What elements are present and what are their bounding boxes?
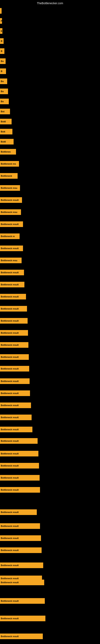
- bar-item: B: [0, 38, 3, 44]
- bar-item: B: [0, 68, 6, 74]
- bar-item: Bottleneck result: [0, 598, 45, 604]
- bar-label: Bottleneck result: [1, 404, 19, 406]
- bar-item: Bottleneck result: [0, 197, 22, 203]
- bar-label: Bottleneck result: [1, 564, 19, 566]
- bar-item: Bottleneck result: [0, 294, 26, 300]
- bar-item: Bo: [0, 88, 8, 94]
- bar-item: Bottleneck resu: [0, 185, 20, 191]
- bar-item: E: [0, 28, 2, 34]
- bar-label: Bottleneck result: [1, 271, 19, 274]
- bar-item: Bottleneck result: [0, 438, 38, 444]
- bar-label: P: [1, 20, 2, 22]
- site-title: TheBottlenecker.com: [37, 2, 63, 5]
- bar-item: Bott: [0, 129, 12, 134]
- bar-item: Bottleneck result: [0, 562, 43, 568]
- bar-label: Bottleneck resu: [1, 259, 17, 262]
- bar-item: Bottleneck result: [0, 366, 29, 372]
- bar-item: Bottleneck result: [0, 634, 43, 639]
- bar-item: Bottleneck result: [0, 463, 39, 468]
- bar-label: Bottleneck result: [1, 247, 19, 250]
- bar-label: Bottleneck resu: [1, 187, 17, 189]
- bar-item: Bottleneck result: [0, 509, 37, 515]
- bar-label: Bottleneck result: [1, 199, 19, 201]
- bar-label: Bot: [1, 110, 4, 113]
- bar-label: Bottleneck result: [1, 392, 19, 394]
- bar-label: Bottleneck result: [1, 308, 19, 310]
- bar-label: Bottleneck result: [1, 549, 19, 552]
- bar-label: Bottleneck result: [1, 296, 19, 298]
- bar-item: Bottleneck result: [0, 487, 40, 493]
- bar-item: Bottleneck result: [0, 318, 28, 324]
- bar-item: Bottleneck result: [0, 580, 44, 585]
- bar-label: Bo: [1, 60, 4, 62]
- bar-item: Bo: [0, 58, 6, 64]
- bar-item: Bottleneck result: [0, 354, 29, 360]
- bar-item: Bottleneck result: [0, 342, 28, 348]
- bar-item: Bottleneck result: [0, 246, 23, 251]
- bar-item: Bottleneck resu: [0, 258, 22, 263]
- bar-label: B: [1, 70, 2, 72]
- bar-label: E: [1, 30, 2, 32]
- bar-item: Bo: [0, 78, 7, 84]
- bar-item: Bottleneck result: [0, 616, 46, 621]
- bar-item: B: [0, 48, 4, 54]
- bar-item: Bottleneck result: [0, 282, 24, 288]
- bar-label: Bottleneck result: [1, 223, 19, 226]
- bar-label: Bo: [1, 90, 4, 92]
- bar-label: Bottleneck result: [1, 581, 19, 584]
- bar-label: Bottleneck result: [1, 464, 19, 467]
- bar-item: Bottleneck result: [0, 270, 24, 275]
- bar-label: Bottleneck result: [1, 283, 19, 286]
- bar-item: Bottleneck result: [0, 414, 32, 420]
- bar-label: Bottleneck re: [1, 235, 15, 238]
- bar-label: Bottleneck result: [1, 332, 19, 334]
- bar-item: Bo: [0, 98, 9, 104]
- bar-item: Bottl: [0, 119, 12, 124]
- bar-label: Bottleneck result: [1, 380, 19, 382]
- bar-item: Bottleneck: [0, 173, 18, 179]
- bar-label: Bottleneck result: [1, 476, 19, 479]
- bar-item: Bottleneck result: [0, 427, 32, 432]
- bar-item: Bottleneck result: [0, 548, 42, 553]
- bar-label: Bottleneck resu: [1, 211, 17, 213]
- bar-item: Bottl: [0, 139, 14, 144]
- bar-label: Bottleneck result: [1, 368, 19, 370]
- bar-item: Bottleneck result: [0, 390, 30, 396]
- bar-label: Bottleneck result: [1, 452, 19, 455]
- bar-label: Bottleneck result: [1, 440, 19, 442]
- bar-item: Bottleneck result: [0, 330, 28, 336]
- bar-item: Bottleneck result: [0, 451, 38, 456]
- bar-label: Bottleneck result: [1, 428, 19, 431]
- bar-label: Bottleneck result: [1, 356, 19, 358]
- bar-item: Bottleneck result: [0, 378, 30, 384]
- bar-label: Bottleneck result: [1, 416, 19, 418]
- bar-label: Bottl: [1, 140, 6, 143]
- bar-label: Bottleneck result: [1, 577, 19, 580]
- bar-label: B: [1, 40, 2, 42]
- bar-label: Bottleneck result: [1, 525, 19, 527]
- bar-label: Bo: [1, 80, 4, 82]
- bar-item: Bottleneck result: [0, 475, 40, 480]
- bar-label: Bo: [1, 100, 4, 103]
- bar-label: Bottleneck result: [1, 320, 19, 322]
- bar-item: Bottleneck result: [0, 222, 23, 227]
- bar-item: Bottleneck result: [0, 523, 40, 529]
- bar-label: Bottleneck result: [1, 635, 19, 638]
- bar-label: Bottleneck result: [1, 344, 19, 346]
- bar-item: Bot: [0, 109, 10, 114]
- bar-item: [0, 8, 1, 14]
- bar-item: Bottleneck result: [0, 535, 41, 541]
- bar-label: Bottleneck res: [1, 162, 16, 165]
- bar-item: Bottleneck result: [0, 306, 27, 312]
- bar-label: Bottleneck result: [1, 489, 19, 491]
- bar-label: Bottleneck: [1, 175, 12, 177]
- bar-label: B: [1, 50, 2, 52]
- bar-item: Bottleneck res: [0, 161, 19, 167]
- bar-label: Bottlenec: [1, 150, 11, 153]
- bar-label: Bottleneck result: [1, 600, 19, 602]
- bar-label: Bottleneck result: [1, 537, 19, 539]
- bar-label: Bottl: [1, 120, 6, 123]
- bar-label: Bott: [1, 130, 5, 133]
- bar-label: Bottleneck result: [1, 511, 19, 514]
- bar-item: P: [0, 18, 2, 24]
